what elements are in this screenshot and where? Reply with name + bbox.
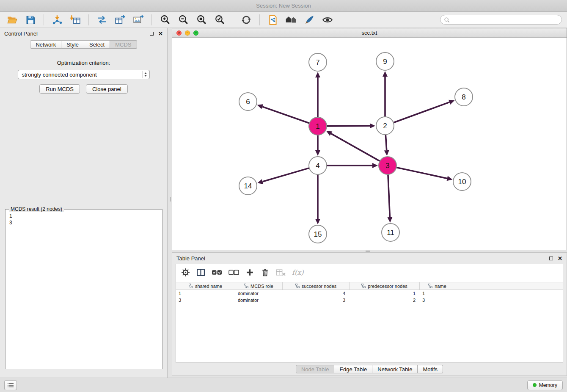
memory-button[interactable]: Memory xyxy=(527,380,563,390)
close-panel-button[interactable]: Close panel xyxy=(86,84,128,94)
graph-node-8[interactable]: 8 xyxy=(455,88,473,106)
show-columns-button[interactable] xyxy=(196,268,205,277)
open-session-button[interactable] xyxy=(5,14,19,26)
table-cell: 1 xyxy=(350,290,420,297)
svg-text:11: 11 xyxy=(387,229,394,237)
graph-edge-3-10[interactable] xyxy=(396,167,447,178)
add-column-button[interactable] xyxy=(245,268,254,277)
function-builder-button[interactable]: f(x) xyxy=(292,268,303,276)
close-panel-icon[interactable]: ✕ xyxy=(558,256,562,261)
network-window-titlebar[interactable]: ✕ − + scc.txt xyxy=(172,28,567,38)
graph-edge-4-14[interactable] xyxy=(263,168,309,182)
column-header-label: successor nodes xyxy=(302,284,337,289)
graph-node-1[interactable]: 1 xyxy=(309,117,327,135)
splitter-grip[interactable] xyxy=(366,251,370,252)
open-folder-icon xyxy=(7,14,18,25)
table-row[interactable]: 1dominator411 xyxy=(176,290,563,297)
delete-column-button[interactable] xyxy=(261,268,270,277)
zoom-fit-button[interactable] xyxy=(194,14,209,26)
column-header-name[interactable]: name xyxy=(420,282,455,290)
graph-node-6[interactable]: 6 xyxy=(239,93,257,110)
visibility-button[interactable] xyxy=(320,14,335,26)
control-panel-header: Control Panel ✕ xyxy=(0,28,167,39)
minimize-window-button[interactable]: − xyxy=(185,30,190,36)
float-panel-icon[interactable] xyxy=(549,257,553,260)
splitter-grip[interactable] xyxy=(169,197,171,202)
tab-mcds[interactable]: MCDS xyxy=(110,40,137,49)
graph-node-2[interactable]: 2 xyxy=(376,117,394,135)
float-panel-icon[interactable] xyxy=(150,32,154,36)
gear-icon xyxy=(181,268,190,277)
graph-node-15[interactable]: 15 xyxy=(309,225,327,243)
select-all-button[interactable] xyxy=(212,269,222,276)
graph-edge-3-11[interactable] xyxy=(388,174,390,217)
sort-icon xyxy=(361,284,366,288)
task-history-button[interactable] xyxy=(4,380,17,390)
table-cell: 1 xyxy=(176,290,235,297)
zoom-out-button[interactable] xyxy=(176,14,190,26)
table-panel: Table Panel ✕ xyxy=(172,252,567,376)
table-settings-button[interactable] xyxy=(181,268,190,277)
home-button[interactable] xyxy=(284,14,298,26)
run-mcds-button[interactable]: Run MCDS xyxy=(39,84,80,94)
graph-node-7[interactable]: 7 xyxy=(309,53,327,71)
svg-text:6: 6 xyxy=(246,98,250,106)
export-image-button[interactable] xyxy=(131,14,146,26)
column-header-successor-nodes[interactable]: successor nodes xyxy=(283,282,350,290)
optimization-criterion-dropdown[interactable]: strongly connected component xyxy=(18,70,150,79)
column-header-shared-name[interactable]: shared name xyxy=(176,282,235,290)
main-toolbar xyxy=(0,12,567,28)
graph-edge-2-8[interactable] xyxy=(394,102,449,122)
import-table-button[interactable] xyxy=(68,14,83,26)
graph-node-4[interactable]: 4 xyxy=(309,157,327,174)
import-network-button[interactable] xyxy=(50,14,64,26)
tab-motifs[interactable]: Motifs xyxy=(418,365,443,373)
network-canvas[interactable]: 7968124314101511 xyxy=(172,38,567,250)
tab-select[interactable]: Select xyxy=(84,40,110,49)
window-titlebar[interactable]: Session: New Session xyxy=(0,0,567,12)
sort-icon xyxy=(428,284,432,288)
close-window-button[interactable]: ✕ xyxy=(176,30,182,36)
table-cell: dominator xyxy=(235,290,283,297)
mcds-result-lines[interactable]: 13 xyxy=(6,210,162,229)
tab-network-table[interactable]: Network Table xyxy=(372,365,418,373)
unchecked-boxes-icon xyxy=(228,269,239,276)
close-panel-icon[interactable]: ✕ xyxy=(158,31,163,36)
table-row[interactable]: 3dominator323 xyxy=(176,297,563,304)
refresh-button[interactable] xyxy=(239,14,253,26)
save-session-button[interactable] xyxy=(23,14,38,26)
graph-node-11[interactable]: 11 xyxy=(382,224,399,241)
network-document-button[interactable] xyxy=(266,14,280,26)
table-panel-header: Table Panel ✕ xyxy=(172,253,567,264)
maximize-window-button[interactable]: + xyxy=(193,30,198,36)
graph-edge-1-6[interactable] xyxy=(262,107,309,123)
vertical-splitter[interactable] xyxy=(168,28,172,378)
graph-edge-1-2[interactable] xyxy=(327,126,370,126)
graph-edge-2-3[interactable] xyxy=(385,135,386,150)
tab-network[interactable]: Network xyxy=(30,40,61,49)
zoom-selected-button[interactable] xyxy=(212,14,227,26)
network-graph[interactable]: 7968124314101511 xyxy=(172,38,567,250)
search-input[interactable] xyxy=(452,17,558,23)
search-box[interactable] xyxy=(440,15,562,25)
tab-style[interactable]: Style xyxy=(61,40,84,49)
graph-node-10[interactable]: 10 xyxy=(453,173,471,190)
graph-node-14[interactable]: 14 xyxy=(239,177,257,195)
table-cell: 4 xyxy=(283,290,350,297)
style-brush-button[interactable] xyxy=(302,14,317,26)
column-header-predecessor-nodes[interactable]: predecessor nodes xyxy=(350,282,420,290)
clear-table-button[interactable] xyxy=(276,269,286,276)
tab-edge-table[interactable]: Edge Table xyxy=(334,365,372,373)
zoom-in-button[interactable] xyxy=(158,14,172,26)
table-body: 1dominator4113dominator323 xyxy=(176,290,563,304)
deselect-all-button[interactable] xyxy=(228,269,239,276)
column-header-MCDS-role[interactable]: MCDS role xyxy=(235,282,283,290)
graph-edge-3-1[interactable] xyxy=(331,134,380,161)
network-arrows-button[interactable] xyxy=(95,14,109,26)
export-table-button[interactable] xyxy=(113,14,127,26)
svg-text:2: 2 xyxy=(383,122,387,130)
graph-node-3[interactable]: 3 xyxy=(379,157,396,174)
graph-edge-arrow xyxy=(383,71,388,77)
graph-node-9[interactable]: 9 xyxy=(376,52,394,70)
tab-node-table[interactable]: Node Table xyxy=(296,365,335,373)
